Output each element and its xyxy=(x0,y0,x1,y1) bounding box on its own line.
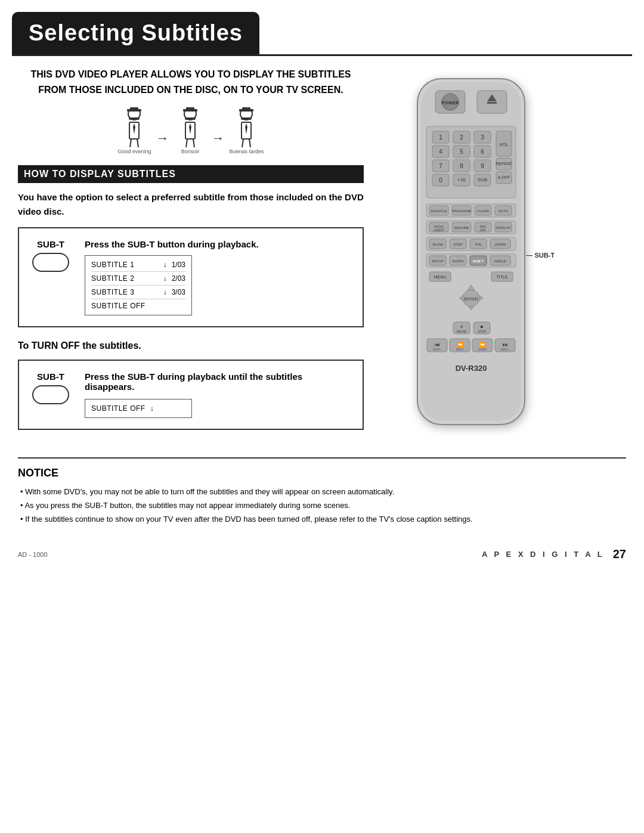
character-figure-3: Buenas tardes xyxy=(230,107,264,154)
svg-text:ZOOM: ZOOM xyxy=(495,243,506,246)
turnoff-instructions: Press the SUB-T during playback until th… xyxy=(85,371,352,418)
subtitle-menu-2: SUBTITLE OFF ↓ xyxy=(85,399,192,418)
svg-text:STEP: STEP xyxy=(453,243,463,246)
svg-text:RESUME: RESUME xyxy=(454,226,469,230)
svg-text:ASSIST: ASSIST xyxy=(434,228,444,232)
svg-line-23 xyxy=(249,139,250,147)
svg-text:OFF: OFF xyxy=(480,228,486,232)
subtitle-row-3: SUBTITLE 3 ↓ 3/03 xyxy=(91,286,185,299)
svg-text:+10: +10 xyxy=(457,177,466,182)
svg-rect-17 xyxy=(241,117,252,120)
subtitle-turnoff-box: SUB-T Press the SUB-T during playback un… xyxy=(18,360,364,430)
footer-page: 27 xyxy=(613,547,626,561)
svg-text:⏹: ⏹ xyxy=(480,325,484,329)
svg-text:4: 4 xyxy=(439,148,442,155)
svg-text:SUB: SUB xyxy=(478,177,487,182)
subtitle-row-off: SUBTITLE OFF xyxy=(91,299,185,312)
svg-text:VOL: VOL xyxy=(499,142,509,147)
svg-text:SLOW: SLOW xyxy=(432,243,443,246)
svg-rect-3 xyxy=(130,107,138,110)
svg-text:DOTS: DOTS xyxy=(499,209,509,213)
svg-rect-9 xyxy=(185,117,196,120)
svg-text:SHUFFLE: SHUFFLE xyxy=(431,209,447,213)
notice-bullet-1: • With some DVD's, you may not be able t… xyxy=(20,485,626,499)
svg-rect-29 xyxy=(487,102,497,104)
svg-text:SKP+: SKP+ xyxy=(500,348,510,351)
svg-text:DV-R320: DV-R320 xyxy=(456,364,487,373)
notice-bullet-2: • As you press the SUB-T button, the sub… xyxy=(20,499,626,513)
subt-label-2: SUB-T xyxy=(37,371,64,382)
svg-text:8: 8 xyxy=(460,163,463,169)
svg-rect-19 xyxy=(242,107,250,110)
subtitle-menu: SUBTITLE 1 ↓ 1/03 SUBTITLE 2 ↓ 2/03 SUBT… xyxy=(85,255,192,315)
svg-line-7 xyxy=(137,139,138,147)
svg-text:1: 1 xyxy=(439,134,442,141)
svg-line-14 xyxy=(186,139,187,147)
svg-text:MENU: MENU xyxy=(434,275,447,279)
subtitle-off-row: SUBTITLE OFF ↓ xyxy=(91,402,185,415)
svg-text:0: 0 xyxy=(439,177,442,184)
svg-text:2: 2 xyxy=(460,134,463,141)
section1-instruction: You have the option to select a preferre… xyxy=(18,190,364,219)
subt-label: SUB-T xyxy=(37,239,64,249)
subtitle-selection-box: SUB-T Press the SUB-T button during play… xyxy=(18,227,364,327)
svg-text:CLEAR: CLEAR xyxy=(477,209,490,213)
svg-text:TITLE: TITLE xyxy=(496,275,507,279)
svg-text:ENTER: ENTER xyxy=(464,297,478,301)
characters-row: Good evening → Bonsoir → xyxy=(18,107,364,154)
subt-button-2[interactable] xyxy=(32,385,69,404)
character-icon-2 xyxy=(174,107,207,148)
footer-right: A P E X D I G I T A L 27 xyxy=(482,547,626,561)
svg-text:SETUP: SETUP xyxy=(432,259,444,263)
character-figure-1: Good evening xyxy=(117,107,151,154)
turnoff-heading: To TURN OFF the subtitles. xyxy=(18,340,364,351)
svg-text:3: 3 xyxy=(481,134,484,141)
svg-line-15 xyxy=(193,139,194,147)
intro-text: THIS DVD VIDEO PLAYER ALLOWS YOU TO DISP… xyxy=(18,67,364,97)
svg-text:ANGLE: ANGLE xyxy=(494,259,506,263)
character-icon-3 xyxy=(230,107,263,148)
remote-subt-label: — SUB-T xyxy=(526,252,555,259)
svg-text:STOP: STOP xyxy=(478,330,486,333)
svg-marker-13 xyxy=(189,123,191,134)
footer-left: AD - 1000 xyxy=(18,551,48,558)
subt-button[interactable] xyxy=(32,253,69,272)
arrow-2: → xyxy=(212,131,225,154)
svg-text:⏭: ⏭ xyxy=(503,342,508,348)
svg-text:POWER: POWER xyxy=(441,100,459,106)
svg-text:⏮: ⏮ xyxy=(435,342,440,348)
svg-text:5: 5 xyxy=(460,148,463,155)
notice-bullet-3: • If the subtitles continue to show on y… xyxy=(20,513,626,527)
svg-text:A.OFF: A.OFF xyxy=(498,175,510,179)
svg-text:SUB-T: SUB-T xyxy=(473,259,484,263)
svg-line-6 xyxy=(130,139,131,147)
svg-text:F/N: F/N xyxy=(475,243,481,246)
svg-text:AUDIO: AUDIO xyxy=(452,259,463,263)
svg-text:9: 9 xyxy=(481,163,484,169)
notice-section: NOTICE • With some DVD's, you may not be… xyxy=(18,457,626,526)
subtitle-row-2: SUBTITLE 2 ↓ 2/03 xyxy=(91,272,185,286)
svg-text:REV: REV xyxy=(456,348,463,351)
svg-text:PAUSE: PAUSE xyxy=(457,330,467,333)
svg-text:FWD: FWD xyxy=(478,348,487,351)
svg-rect-11 xyxy=(186,107,194,110)
svg-text:DISPLAY: DISPLAY xyxy=(496,226,511,230)
page-title-badge: Selecting Subtitles xyxy=(12,12,259,54)
subtitle-row-1: SUBTITLE 1 ↓ 1/03 xyxy=(91,258,185,272)
remote-panel: POWER 1 2 3 VOL 4 5 6 7 8 xyxy=(382,67,561,443)
character-icon-1 xyxy=(118,107,151,148)
svg-text:⏸: ⏸ xyxy=(460,325,463,329)
subt-button-area: SUB-T xyxy=(30,239,72,272)
notice-title: NOTICE xyxy=(18,467,626,479)
page-footer: AD - 1000 A P E X D I G I T A L 27 xyxy=(0,538,644,567)
svg-marker-5 xyxy=(133,123,135,134)
subtitle-instructions: Press the SUB-T button during playback. … xyxy=(85,239,352,315)
subt-button-area-2: SUB-T xyxy=(30,371,72,404)
svg-text:SKP-: SKP- xyxy=(433,348,441,351)
svg-text:7: 7 xyxy=(439,163,442,169)
page-title: Selecting Subtitles xyxy=(29,20,243,46)
footer-brand: A P E X D I G I T A L xyxy=(482,550,605,559)
press-instruction-2: Press the SUB-T during playback until th… xyxy=(85,371,352,392)
svg-rect-1 xyxy=(129,117,140,120)
notice-bullets: • With some DVD's, you may not be able t… xyxy=(18,485,626,526)
